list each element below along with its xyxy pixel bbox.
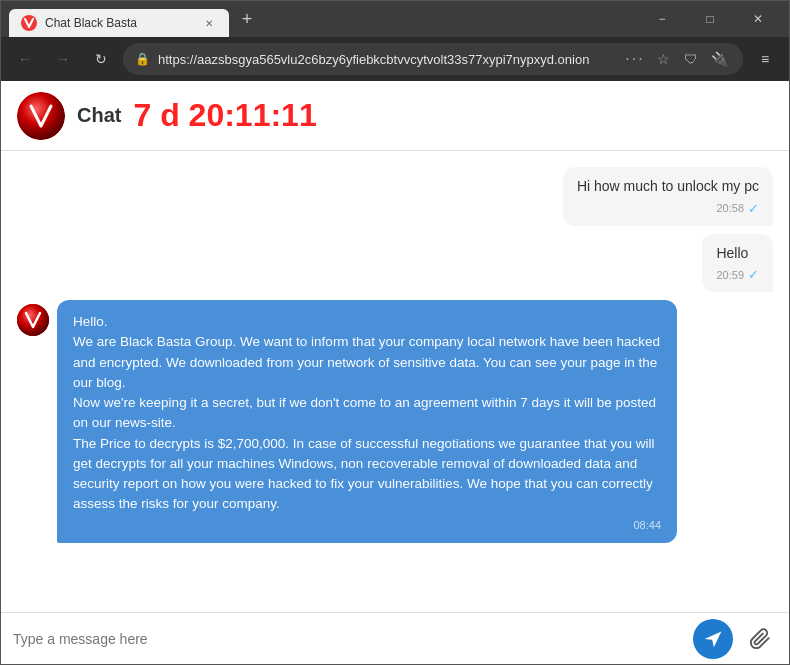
refresh-button[interactable]: ↻ xyxy=(85,43,117,75)
maximize-button[interactable]: □ xyxy=(687,5,733,33)
menu-button[interactable]: ≡ xyxy=(749,43,781,75)
chat-avatar xyxy=(17,92,65,140)
forward-button[interactable]: → xyxy=(47,43,79,75)
avatar-image xyxy=(17,92,65,140)
url-bar[interactable]: 🔒 https://aazsbsgya565vlu2c6bzy6yfiebkcb… xyxy=(123,43,743,75)
message-time-3: 08:44 xyxy=(633,519,661,531)
tab-favicon xyxy=(21,15,37,31)
close-button[interactable]: ✕ xyxy=(735,5,781,33)
chat-messages: 911 Hi how much to unlock my pc 20:58 ✓ xyxy=(1,151,789,612)
message-row-2: Hello 20:59 ✓ xyxy=(17,234,773,293)
browser-actions: ≡ xyxy=(749,43,781,75)
url-dots-button[interactable]: ··· xyxy=(623,47,647,71)
message-check-1: ✓ xyxy=(748,201,759,216)
content-area: Chat 7 d 20:11:11 911 Hi how much to unl… xyxy=(1,81,789,664)
chat-header: Chat 7 d 20:11:11 xyxy=(1,81,789,151)
shield-button[interactable]: 🛡 xyxy=(679,47,703,71)
message-meta-3: 08:44 xyxy=(73,519,661,531)
incoming-avatar xyxy=(17,304,49,336)
bookmark-button[interactable]: ☆ xyxy=(651,47,675,71)
message-bubble-1: Hi how much to unlock my pc 20:58 ✓ xyxy=(563,167,773,226)
send-button[interactable] xyxy=(693,619,733,659)
chat-header-info: Chat 7 d 20:11:11 xyxy=(77,97,317,134)
message-time-2: 20:59 xyxy=(716,269,744,281)
message-input[interactable] xyxy=(13,631,683,647)
chat-name: Chat xyxy=(77,104,121,127)
active-tab[interactable]: Chat Black Basta ✕ xyxy=(9,9,229,37)
chat-input-area xyxy=(1,612,789,664)
message-text-3: Hello.We are Black Basta Group. We want … xyxy=(73,312,661,515)
browser-window: Chat Black Basta ✕ + − □ ✕ ← → ↻ 🔒 https… xyxy=(0,0,790,665)
message-text-1: Hi how much to unlock my pc xyxy=(577,177,759,197)
url-actions: ··· ☆ 🛡 🔌 xyxy=(623,47,731,71)
url-text: https://aazsbsgya565vlu2c6bzy6yfiebkcbtv… xyxy=(158,52,615,67)
message-check-2: ✓ xyxy=(748,267,759,282)
window-controls: − □ ✕ xyxy=(639,5,781,33)
message-bubble-2: Hello 20:59 ✓ xyxy=(702,234,773,293)
tab-bar: Chat Black Basta ✕ + xyxy=(9,1,631,37)
chat-timer: 7 d 20:11:11 xyxy=(133,97,316,134)
tab-close-button[interactable]: ✕ xyxy=(201,15,217,31)
minimize-button[interactable]: − xyxy=(639,5,685,33)
message-meta-1: 20:58 ✓ xyxy=(577,201,759,216)
title-bar: Chat Black Basta ✕ + − □ ✕ xyxy=(1,1,789,37)
svg-point-0 xyxy=(21,15,37,31)
svg-point-2 xyxy=(17,304,49,336)
extension-button[interactable]: 🔌 xyxy=(707,47,731,71)
new-tab-button[interactable]: + xyxy=(233,5,261,33)
address-bar: ← → ↻ 🔒 https://aazsbsgya565vlu2c6bzy6yf… xyxy=(1,37,789,81)
message-row-3: Hello.We are Black Basta Group. We want … xyxy=(17,300,773,543)
back-button[interactable]: ← xyxy=(9,43,41,75)
message-time-1: 20:58 xyxy=(716,202,744,214)
svg-point-1 xyxy=(17,92,65,140)
message-meta-2: 20:59 ✓ xyxy=(716,267,759,282)
message-row-1: Hi how much to unlock my pc 20:58 ✓ xyxy=(17,167,773,226)
message-bubble-3: Hello.We are Black Basta Group. We want … xyxy=(57,300,677,543)
messages-wrapper: Hi how much to unlock my pc 20:58 ✓ Hell… xyxy=(17,167,773,543)
message-text-2: Hello xyxy=(716,244,759,264)
lock-icon: 🔒 xyxy=(135,52,150,66)
tab-title-text: Chat Black Basta xyxy=(45,16,193,30)
attach-button[interactable] xyxy=(743,622,777,656)
